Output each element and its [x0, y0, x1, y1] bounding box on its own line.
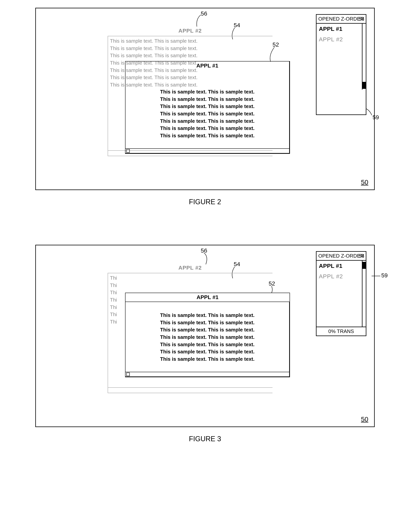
window-appl1[interactable]: APPL #1 This is sample text. This is sam… — [125, 61, 290, 154]
appl1-title: APPL #1 — [127, 63, 287, 69]
zorder-item-appl2[interactable]: APPL #2 — [316, 34, 366, 45]
appl1-text-line: This is sample text. This is sample text… — [127, 333, 287, 341]
scrollbar-thumb-icon[interactable] — [362, 262, 366, 269]
zorder-header-label: OPENED Z-ORDER — [318, 253, 364, 259]
ref-59: 59 — [372, 114, 379, 121]
scrollbar-thumb-icon[interactable] — [126, 373, 130, 376]
ref-54-label: 54 — [234, 22, 240, 28]
appl1-scrollbar[interactable] — [125, 372, 289, 376]
appl1-body: APPL #1 This is sample text. This is sam… — [125, 61, 290, 154]
appl1-text-line: This is sample text. This is sample text… — [127, 319, 287, 326]
zorder-header: OPENED Z-ORDER 58 — [316, 252, 366, 261]
zorder-scrollbar[interactable] — [362, 24, 366, 90]
ref-54: 54 — [234, 22, 240, 28]
appl1-text-line: This is sample text. This is sample text… — [127, 348, 287, 355]
zorder-header-label: OPENED Z-ORDER — [318, 16, 364, 22]
appl1-scrollbar[interactable] — [125, 148, 289, 153]
zorder-panel: OPENED Z-ORDER 58 APPL #1 APPL #2 — [316, 14, 366, 115]
appl1-body: This is sample text. This is sample text… — [125, 302, 290, 377]
zorder-list: APPL #1 APPL #2 — [316, 261, 366, 327]
appl2-text-line: This is sample text. This is sample text… — [110, 45, 271, 52]
appl1-text-line: This is sample text. This is sample text… — [127, 88, 287, 96]
appl2-text-line: This is sample text. This is sample text… — [110, 52, 271, 59]
ref-59-label: 59 — [381, 272, 388, 278]
appl2-title: APPL #2 — [108, 265, 273, 271]
figure-3-caption: FIGURE 3 — [23, 435, 387, 443]
appl1-text-line: This is sample text. This is sample text… — [127, 132, 287, 139]
appl1-text-line: This is sample text. This is sample text… — [127, 96, 287, 103]
zorder-list: APPL #1 APPL #2 — [316, 24, 366, 90]
appl1-text-line: This is sample text. This is sample text… — [127, 110, 287, 118]
screen-id: 50 — [361, 179, 368, 186]
zorder-header: OPENED Z-ORDER 58 — [316, 15, 366, 24]
appl2-text-line: Thi — [110, 282, 271, 289]
scrollbar-thumb-icon[interactable] — [362, 82, 366, 89]
ref-58-label: 58 — [359, 253, 364, 259]
ref-56-label: 56 — [201, 10, 207, 17]
screen-fig3: 56 54 52 APPL #2 Thi Thi Thi Thi Thi Thi… — [35, 245, 375, 427]
zorder-item-appl1[interactable]: APPL #1 — [316, 261, 366, 271]
appl1-text-line: This is sample text. This is sample text… — [127, 355, 287, 363]
zorder-panel: OPENED Z-ORDER 58 APPL #1 APPL #2 0% TRA… — [316, 251, 366, 336]
appl2-scrollbar[interactable] — [108, 387, 273, 393]
appl2-title: APPL #2 — [108, 28, 273, 34]
scrollbar-thumb-icon[interactable] — [126, 149, 130, 153]
figure-2-block: 56 54 52 APPL #2 This is sample text. Th… — [23, 8, 387, 206]
appl1-text-line: This is sample text. This is sample text… — [127, 341, 287, 348]
window-appl1[interactable]: APPL #1 This is sample text. This is sam… — [125, 293, 290, 377]
appl1-text-line: This is sample text. This is sample text… — [127, 312, 287, 319]
screen-id: 50 — [361, 415, 368, 423]
ref-58-label: 58 — [359, 16, 364, 22]
zorder-item-appl1[interactable]: APPL #1 — [316, 24, 366, 34]
figure-2-caption: FIGURE 2 — [23, 198, 387, 206]
appl2-text-line: Thi — [110, 275, 271, 282]
appl1-titlebar[interactable]: APPL #1 — [125, 293, 290, 302]
ref-56: 56 — [201, 247, 207, 254]
appl2-text-line: This is sample text. This is sample text… — [110, 38, 271, 45]
figure-3-block: 56 54 52 APPL #2 Thi Thi Thi Thi Thi Thi… — [23, 245, 387, 443]
ref-52-label: 52 — [273, 41, 279, 48]
zorder-item-appl2[interactable]: APPL #2 — [316, 271, 366, 282]
appl1-text-line: This is sample text. This is sample text… — [127, 326, 287, 333]
ref-56-label: 56 — [201, 247, 207, 254]
zorder-scrollbar[interactable] — [362, 261, 366, 327]
ref-52: 52 — [273, 41, 279, 48]
appl1-text-line: This is sample text. This is sample text… — [127, 103, 287, 110]
screen-fig2: 56 54 52 APPL #2 This is sample text. Th… — [35, 8, 375, 190]
zorder-footer: 0% TRANS — [316, 327, 366, 335]
ref-59-label: 59 — [372, 114, 379, 120]
ref-59: 59 — [381, 272, 388, 279]
appl1-text-line: This is sample text. This is sample text… — [127, 118, 287, 125]
appl1-text-line: This is sample text. This is sample text… — [127, 125, 287, 132]
ref-56: 56 — [201, 10, 207, 17]
